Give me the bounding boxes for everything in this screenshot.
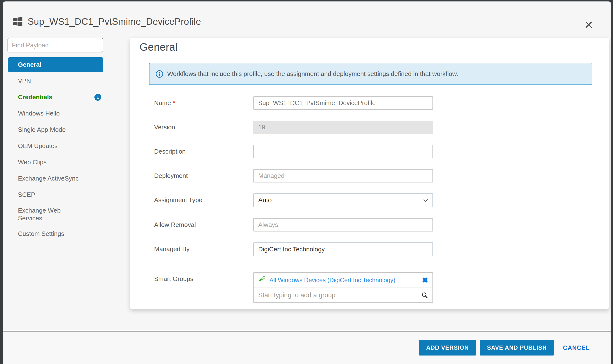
required-asterisk: * [173,99,175,106]
sidebar-item-vpn[interactable]: VPN [8,74,103,88]
version-label: Version [154,121,253,134]
allow-removal-label: Allow Removal [154,218,253,232]
workflow-info-banner: Workflows that include this profile, use… [149,63,592,85]
smart-groups-label: Smart Groups [154,272,253,286]
managed-by-input[interactable] [253,242,433,256]
allow-removal-input[interactable] [253,218,433,232]
sidebar-item-custom-settings[interactable]: Custom Settings [8,226,103,241]
page-title: General [140,41,609,53]
find-payload-input[interactable] [8,38,103,52]
dialog-title: Sup_WS1_DC1_PvtSmime_DeviceProfile [28,16,201,27]
smart-groups-row: Smart Groups All Windows Devices (DigiCe… [154,272,609,303]
close-icon [584,20,593,29]
sidebar-item-general[interactable]: General [8,57,103,72]
smart-group-search-input[interactable] [258,291,421,299]
sidebar-item-web-clips[interactable]: Web Clips [8,155,103,170]
allow-removal-row: Allow Removal [154,218,609,232]
close-button[interactable] [583,19,594,30]
description-label: Description [154,145,253,158]
smart-group-search-row [254,288,432,302]
name-label: Name* [154,96,253,110]
sidebar-item-single-app-mode[interactable]: Single App Mode [8,122,103,137]
smart-groups-box: All Windows Devices (DigiCert Inc Techno… [253,272,433,303]
dialog-header: Sup_WS1_DC1_PvtSmime_DeviceProfile [3,1,611,38]
smart-group-wand-icon [258,276,266,284]
description-row: Description [154,145,609,158]
banner-text: Workflows that include this profile, use… [167,70,458,78]
windows-logo-icon [12,16,23,27]
payload-sidebar: General VPN Credentials 1 Windows Hello … [3,38,130,241]
smart-group-link[interactable]: All Windows Devices (DigiCert Inc Techno… [269,277,419,284]
version-row: Version [154,121,609,134]
sidebar-item-windows-hello[interactable]: Windows Hello [8,106,103,121]
assignment-type-select[interactable]: Auto [253,193,433,207]
sidebar-item-credentials[interactable]: Credentials 1 [8,90,103,104]
save-and-publish-button[interactable]: SAVE AND PUBLISH [480,340,554,355]
deployment-input[interactable] [253,169,433,182]
version-input [253,121,433,134]
deployment-label: Deployment [154,169,253,182]
credentials-count-badge: 1 [94,93,102,102]
assignment-type-row: Assignment Type Auto [154,193,609,207]
name-input[interactable] [253,96,433,110]
dialog-footer: ADD VERSION SAVE AND PUBLISH CANCEL [3,331,611,364]
chevron-down-icon [423,199,428,202]
add-version-button[interactable]: ADD VERSION [419,340,476,355]
name-row: Name* [154,96,609,110]
assignment-type-label: Assignment Type [154,193,253,207]
cancel-button[interactable]: CANCEL [563,344,590,351]
sidebar-item-scep[interactable]: SCEP [8,187,103,202]
deployment-row: Deployment [154,169,609,182]
description-input[interactable] [253,145,433,158]
general-panel: General Workflows that include this prof… [130,38,609,309]
selected-smart-group: All Windows Devices (DigiCert Inc Techno… [254,273,432,288]
remove-group-icon[interactable]: ✖ [422,277,428,284]
sidebar-item-exchange-web-services[interactable]: Exchange Web Services [8,204,103,225]
search-icon [421,292,428,299]
managed-by-row: Managed By [154,242,609,256]
payload-nav-list: General VPN Credentials 1 Windows Hello … [3,57,130,241]
sidebar-item-oem-updates[interactable]: OEM Updates [8,139,103,153]
general-form: Name* Version Description Deployment Ass… [130,96,609,303]
profile-dialog: Sup_WS1_DC1_PvtSmime_DeviceProfile Gener… [3,1,611,364]
managed-by-label: Managed By [154,242,253,256]
sidebar-item-exchange-activesync[interactable]: Exchange ActiveSync [8,171,103,186]
info-icon [155,70,164,78]
